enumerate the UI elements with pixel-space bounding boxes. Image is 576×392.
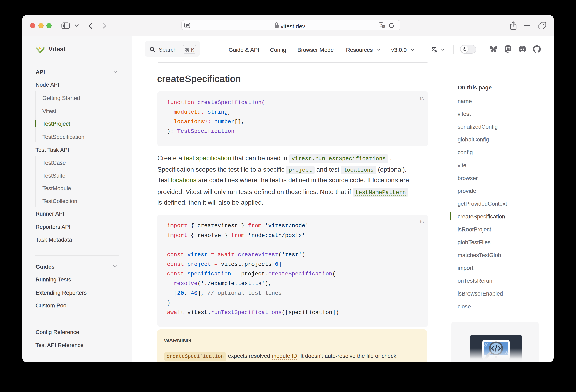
- svg-text:x: x: [383, 25, 384, 28]
